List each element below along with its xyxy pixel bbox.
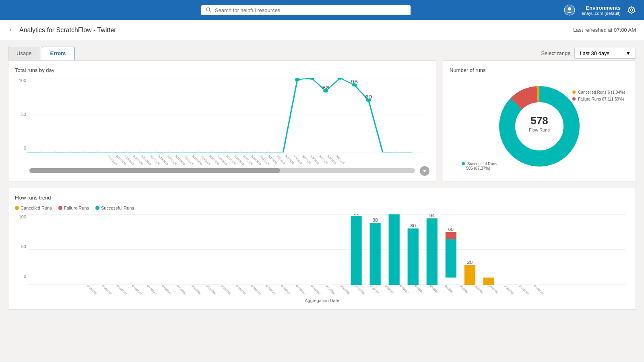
- svg-text:8/21/2020: 8/21/2020: [206, 284, 217, 295]
- svg-text:8/14/2020: 8/14/2020: [101, 284, 112, 295]
- bar-9-4-failure: [446, 232, 456, 239]
- scroll-button[interactable]: [420, 166, 429, 176]
- donut-legend: Cancelled Runs 6 (1.04%) Failure Runs 67…: [572, 90, 625, 101]
- svg-text:8/30/2020: 8/30/2020: [340, 284, 351, 295]
- svg-text:578: 578: [530, 115, 548, 127]
- svg-text:8/25/2020: 8/25/2020: [265, 284, 276, 295]
- successful-dot: [95, 206, 99, 210]
- sub-header: ← Analytics for ScratchFlow - Twitter La…: [0, 20, 644, 40]
- svg-text:Flow Runs: Flow Runs: [529, 128, 550, 132]
- legend-cancelled-bar: Cancelled Runs: [15, 206, 52, 210]
- bar-chart-svg: 98 88 104 80 94 65 28: [28, 214, 626, 285]
- svg-text:9/9/2020: 9/9/2020: [489, 284, 498, 294]
- bar-9-1: [389, 214, 400, 285]
- tabs-container: Usage Errors: [8, 47, 74, 60]
- main-content: Total runs by day 100 50 0: [0, 60, 644, 318]
- gear-icon[interactable]: [627, 6, 636, 14]
- legend-failure-bar: Failure Runs: [58, 206, 89, 210]
- svg-text:98: 98: [353, 214, 359, 216]
- chart-scrollbar[interactable]: [29, 168, 415, 173]
- range-value: Last 30 days: [580, 50, 609, 56]
- svg-text:8/26/2020: 8/26/2020: [280, 284, 291, 295]
- svg-point-0: [206, 8, 210, 11]
- svg-text:94: 94: [429, 214, 435, 218]
- svg-text:9/1/2020: 9/1/2020: [369, 284, 379, 294]
- env-info: Environments enayu.com (default): [582, 5, 621, 16]
- top-charts-row: Total runs by day 100 50 0: [8, 60, 636, 181]
- search-box[interactable]: [201, 5, 411, 15]
- x-axis-title: Aggregation Date: [15, 298, 629, 303]
- svg-text:8/23/2020: 8/23/2020: [235, 284, 246, 295]
- back-button[interactable]: ←: [8, 26, 15, 34]
- tabs-area: Usage Errors Select range Last 30 days ▼: [0, 40, 644, 60]
- svg-text:28: 28: [467, 260, 473, 265]
- svg-text:95: 95: [351, 80, 358, 84]
- svg-text:8/19/2020: 8/19/2020: [176, 284, 187, 295]
- bar-9-3: [427, 218, 438, 285]
- svg-text:9/4/2020: 9/4/2020: [414, 284, 424, 294]
- svg-text:8/15/2020: 8/15/2020: [116, 284, 127, 295]
- tab-errors[interactable]: Errors: [42, 47, 74, 60]
- top-bar: Environments enayu.com (default): [0, 0, 644, 20]
- bar-8-30: [351, 216, 361, 285]
- range-label: Select range: [541, 50, 570, 56]
- refresh-time: Last refreshed at 07:00 AM: [573, 27, 636, 33]
- svg-text:8/17/2020: 8/17/2020: [146, 284, 157, 295]
- svg-text:80: 80: [410, 224, 416, 228]
- bar-y-axis: 100 50 0: [15, 214, 26, 279]
- svg-text:8/28/2020: 8/28/2020: [310, 284, 321, 295]
- breadcrumb-area: ← Analytics for ScratchFlow - Twitter: [8, 26, 116, 34]
- bar-x-axis: 8/13/2020 8/14/2020 8/15/2020 8/16/2020 …: [28, 283, 629, 295]
- range-dropdown[interactable]: Last 30 days ▼: [574, 48, 636, 59]
- svg-text:8/22/2020: 8/22/2020: [221, 284, 231, 295]
- svg-text:65: 65: [448, 227, 454, 232]
- svg-text:9/5/2020: 9/5/2020: [429, 284, 439, 294]
- environments-label: Environments: [582, 5, 621, 11]
- line-chart-svg: 98 104 88 104 95 80: [27, 78, 425, 152]
- number-of-runs-card: Number of runs 578 Flow Runs: [443, 60, 636, 181]
- svg-point-8: [295, 78, 300, 81]
- failure-dot: [58, 206, 62, 210]
- svg-text:8/13/2020: 8/13/2020: [87, 284, 97, 295]
- svg-text:88: 88: [372, 218, 378, 222]
- legend-cancelled: Cancelled Runs 6 (1.04%): [572, 90, 625, 95]
- svg-text:9/5/2020: 9/5/2020: [301, 155, 311, 165]
- env-name: enayu.com (default): [582, 11, 621, 16]
- legend-successful: Successful Runs 505 (87.37%): [462, 162, 497, 171]
- svg-text:8/24/2020: 8/24/2020: [250, 284, 261, 295]
- bar-8-31: [369, 223, 380, 285]
- flow-runs-trend-card: Flow runs trend Cancelled Runs Failure R…: [8, 188, 636, 310]
- range-selector: Select range Last 30 days ▼: [541, 48, 636, 59]
- svg-point-3: [568, 7, 571, 10]
- svg-text:9/11/2020: 9/11/2020: [518, 284, 529, 295]
- svg-text:8/16/2020: 8/16/2020: [131, 284, 142, 295]
- bar-9-2: [408, 228, 419, 285]
- svg-text:9/8/2020: 9/8/2020: [327, 155, 336, 165]
- svg-marker-70: [423, 170, 426, 172]
- cancelled-dot: [15, 206, 19, 210]
- svg-text:9/7/2020: 9/7/2020: [459, 284, 469, 294]
- svg-point-4: [630, 9, 633, 11]
- bar-chart-legend: Cancelled Runs Failure Runs Successful R…: [15, 206, 629, 210]
- page-title: Analytics for ScratchFlow - Twitter: [19, 27, 116, 34]
- svg-text:9/9/2020: 9/9/2020: [335, 155, 345, 165]
- x-axis-dates: 8/13/2020 8/14/2020 8/15/2020 8/16/2020 …: [27, 152, 429, 167]
- svg-text:8/18/2020: 8/18/2020: [161, 284, 172, 295]
- svg-text:9/4/2020: 9/4/2020: [293, 155, 303, 165]
- svg-text:9/6/2020: 9/6/2020: [444, 284, 454, 294]
- svg-text:9/2/2020: 9/2/2020: [384, 284, 394, 294]
- svg-text:9/10/2020: 9/10/2020: [504, 284, 514, 295]
- legend-failure: Failure Runs 67 (11.59%): [572, 97, 625, 101]
- user-icon: [564, 4, 575, 16]
- svg-text:8/27/2020: 8/27/2020: [295, 284, 306, 295]
- y-label-0: 0: [15, 146, 26, 150]
- tab-usage[interactable]: Usage: [8, 47, 40, 60]
- svg-text:9/12/2020: 9/12/2020: [533, 284, 544, 295]
- failure-label: Failure Runs: [64, 206, 89, 210]
- search-input[interactable]: [215, 7, 406, 13]
- cancelled-label: Cancelled Runs: [21, 206, 52, 210]
- flow-runs-trend-title: Flow runs trend: [15, 195, 629, 201]
- svg-text:9/2/2020: 9/2/2020: [276, 155, 286, 165]
- svg-text:9/8/2020: 9/8/2020: [474, 284, 483, 294]
- svg-text:9/6/2020: 9/6/2020: [310, 155, 320, 165]
